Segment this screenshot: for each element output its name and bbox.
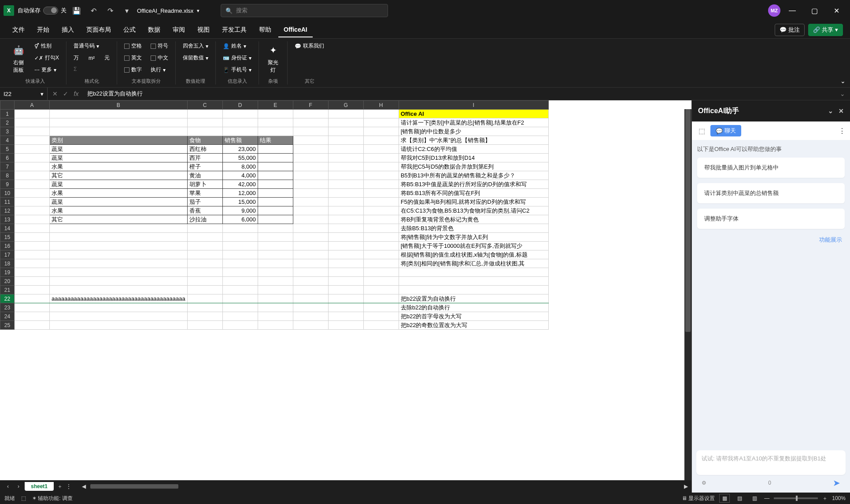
cell-G5[interactable]	[328, 145, 363, 154]
cell-D8[interactable]: 4,000	[222, 171, 258, 180]
cell-F2[interactable]	[293, 118, 328, 127]
gender-button[interactable]: ⚥ 性别	[33, 41, 61, 51]
cell-F18[interactable]	[293, 259, 328, 268]
cell-E7[interactable]	[258, 162, 293, 171]
cell-C12[interactable]: 香蕉	[187, 206, 222, 215]
cell-A8[interactable]	[15, 171, 50, 180]
cell-E15[interactable]	[258, 233, 293, 242]
cell-I10[interactable]: 将B5:B13所有不同的值写在F列	[399, 189, 548, 198]
cell-A4[interactable]	[15, 136, 50, 145]
cell-F19[interactable]	[293, 268, 328, 277]
cell-A9[interactable]	[15, 180, 50, 189]
cell-E4[interactable]: 结果	[258, 136, 293, 145]
cell-I14[interactable]: 去除B5:B13的背景色	[399, 224, 548, 233]
spreadsheet-grid[interactable]: ABCDEFGHI1Office AI2请计算一下[类别]中蔬菜的总[销售额],…	[0, 100, 549, 330]
cell-F23[interactable]	[293, 303, 328, 312]
minimize-button[interactable]: —	[782, 4, 802, 18]
tab-view[interactable]: 视图	[192, 22, 215, 37]
redo-icon[interactable]: ↷	[103, 4, 117, 17]
cell-F9[interactable]	[293, 180, 328, 189]
cell-I25[interactable]: 把b22的奇数位置改为大写	[399, 321, 548, 330]
cell-H14[interactable]	[363, 224, 399, 233]
cell-B5[interactable]: 蔬菜	[50, 145, 188, 154]
tab-layout[interactable]: 页面布局	[81, 22, 116, 37]
cell-B24[interactable]	[50, 312, 188, 321]
cell-F6[interactable]	[293, 154, 328, 162]
feature-showcase-link[interactable]: 功能展示	[697, 234, 845, 246]
cell-I3[interactable]: [销售额]的中位数是多少	[399, 127, 548, 136]
round-button[interactable]: 四舍五入 ▾	[181, 41, 210, 51]
cell-D24[interactable]	[222, 312, 258, 321]
cell-G12[interactable]	[328, 206, 363, 215]
cell-I1[interactable]: Office AI	[399, 110, 548, 118]
cell-E17[interactable]	[258, 250, 293, 259]
cell-H21[interactable]	[363, 286, 399, 294]
cell-D19[interactable]	[222, 268, 258, 277]
cell-H17[interactable]	[363, 250, 399, 259]
cell-D17[interactable]	[222, 250, 258, 259]
cell-C23[interactable]	[187, 303, 222, 312]
cell-A7[interactable]	[15, 162, 50, 171]
cell-F14[interactable]	[293, 224, 328, 233]
cell-E19[interactable]	[258, 268, 293, 277]
sheet-tab-active[interactable]: sheet1	[25, 482, 54, 491]
cell-C21[interactable]	[187, 286, 222, 294]
cell-H6[interactable]	[363, 154, 399, 162]
cell-C3[interactable]	[187, 127, 222, 136]
cell-A18[interactable]	[15, 259, 50, 268]
cell-G8[interactable]	[328, 171, 363, 180]
collapse-ribbon-icon[interactable]: ⌄	[840, 77, 846, 85]
cell-G23[interactable]	[328, 303, 363, 312]
cell-D20[interactable]	[222, 277, 258, 286]
cell-F22[interactable]	[293, 294, 328, 303]
tab-home[interactable]: 开始	[32, 22, 55, 37]
cell-G9[interactable]	[328, 180, 363, 189]
cell-C6[interactable]: 西芹	[187, 154, 222, 162]
cell-D6[interactable]: 55,000	[222, 154, 258, 162]
cell-E11[interactable]	[258, 198, 293, 206]
cell-A14[interactable]	[15, 224, 50, 233]
cube-icon[interactable]: ⬚	[696, 125, 707, 136]
suggestion-card[interactable]: 帮我批量插入图片到单元格中	[697, 158, 845, 178]
cell-A3[interactable]	[15, 127, 50, 136]
cell-I4[interactable]: 求【类别】中"水果"的总【销售额】	[399, 136, 548, 145]
cell-A5[interactable]	[15, 145, 50, 154]
cell-I7[interactable]: 帮我把C5与D5的数据合并放到第E列	[399, 162, 548, 171]
cell-F10[interactable]	[293, 189, 328, 198]
cell-F16[interactable]	[293, 242, 328, 250]
cell-G4[interactable]	[328, 136, 363, 145]
cell-E16[interactable]	[258, 242, 293, 250]
cell-D23[interactable]	[222, 303, 258, 312]
cell-B16[interactable]	[50, 242, 188, 250]
cell-E13[interactable]	[258, 215, 293, 224]
cell-D25[interactable]	[222, 321, 258, 330]
tab-insert[interactable]: 插入	[56, 22, 79, 37]
cell-F8[interactable]	[293, 171, 328, 180]
cell-B21[interactable]	[50, 286, 188, 294]
cell-A15[interactable]	[15, 233, 50, 242]
autosum-icon[interactable]: Σ	[72, 65, 78, 73]
tab-formulas[interactable]: 公式	[118, 22, 141, 37]
cell-C13[interactable]: 沙拉油	[187, 215, 222, 224]
cell-E25[interactable]	[258, 321, 293, 330]
suggestion-card[interactable]: 请计算类别中蔬菜的总销售额	[697, 183, 845, 203]
autosave-toggle[interactable]: 自动保存 关	[18, 7, 67, 15]
cell-B23[interactable]	[50, 303, 188, 312]
tab-officeai[interactable]: OfficeAI	[278, 22, 313, 37]
wan-button[interactable]: 万	[72, 53, 81, 63]
page-break-view-icon[interactable]: ▥	[749, 494, 760, 503]
cell-F15[interactable]	[293, 233, 328, 242]
cell-E10[interactable]	[258, 189, 293, 198]
comments-button[interactable]: 💬 批注	[775, 24, 805, 36]
cell-D10[interactable]: 12,000	[222, 189, 258, 198]
tab-file[interactable]: 文件	[7, 22, 30, 37]
next-sheet-button[interactable]: ›	[14, 483, 23, 489]
avatar[interactable]: MZ	[768, 4, 780, 17]
cell-F17[interactable]	[293, 250, 328, 259]
tab-review[interactable]: 审阅	[167, 22, 190, 37]
english-checkbox[interactable]: 英文	[122, 53, 144, 63]
cell-G25[interactable]	[328, 321, 363, 330]
cell-A22[interactable]	[15, 294, 50, 303]
cell-E22[interactable]	[258, 294, 293, 303]
cell-H10[interactable]	[363, 189, 399, 198]
